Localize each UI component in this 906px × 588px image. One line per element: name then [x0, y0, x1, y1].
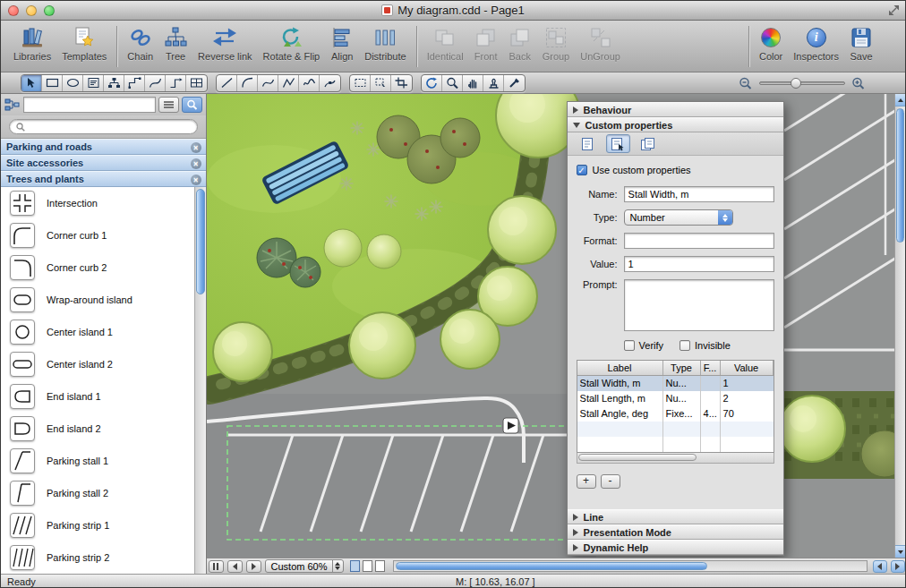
scroll-left-icon[interactable]: [873, 560, 887, 573]
canvas-horizontal-scrollbar[interactable]: [393, 560, 868, 572]
elbow-connector-tool[interactable]: [166, 75, 186, 91]
zoom-tool[interactable]: [442, 75, 463, 91]
freehand-tool[interactable]: [299, 75, 320, 91]
library-item-corner-curb-2[interactable]: Corner curb 2: [1, 251, 206, 284]
previous-page-button[interactable]: [227, 560, 243, 573]
front-button[interactable]: Front: [469, 24, 503, 62]
table-row-empty[interactable]: [577, 437, 774, 452]
value-field[interactable]: [624, 256, 774, 272]
page-tab-1[interactable]: [350, 560, 360, 572]
prompt-field[interactable]: [624, 279, 774, 331]
library-item-intersection[interactable]: Intersection: [1, 187, 206, 219]
table-tool[interactable]: [186, 75, 207, 91]
line-section-header[interactable]: Line: [568, 509, 783, 524]
library-item-center-island-2[interactable]: Center island 2: [1, 348, 206, 380]
custom-properties-section-header[interactable]: Custom properties: [568, 117, 783, 132]
rectangle-tool[interactable]: [42, 75, 63, 91]
table-row[interactable]: Stall Length, m Nu... 2: [577, 391, 774, 406]
library-tree-icon[interactable]: [4, 98, 21, 112]
library-item-parking-strip-2[interactable]: Parking strip 2: [1, 541, 206, 574]
close-icon[interactable]: ×: [191, 158, 201, 169]
use-custom-properties-row[interactable]: ✓ Use custom properties: [577, 165, 774, 175]
library-item-center-island-1[interactable]: Center island 1: [1, 316, 206, 348]
zoom-stepper-icon[interactable]: [332, 560, 343, 572]
dynamic-help-section-header[interactable]: Dynamic Help: [568, 540, 783, 555]
section-parking-and-roads[interactable]: Parking and roads ×: [1, 139, 206, 155]
library-item-end-island-1[interactable]: End island 1: [1, 380, 206, 413]
library-filter-combo[interactable]: [23, 97, 156, 113]
verify-checkbox[interactable]: [624, 340, 635, 351]
section-trees-and-plants[interactable]: Trees and plants ×: [1, 171, 206, 187]
distribute-button[interactable]: Distribute: [359, 24, 411, 62]
tree-button[interactable]: Tree: [158, 24, 192, 62]
close-window-button[interactable]: [8, 5, 19, 16]
zoom-out-icon[interactable]: [739, 77, 753, 89]
libraries-button[interactable]: Libraries: [8, 24, 56, 62]
canvas-vertical-scrollbar[interactable]: [894, 94, 905, 558]
next-page-button[interactable]: [246, 560, 261, 573]
zoom-slider[interactable]: [759, 81, 845, 85]
add-property-button[interactable]: +: [577, 474, 596, 489]
ellipse-tool[interactable]: [63, 75, 83, 91]
title-bar[interactable]: My diagram.cdd - Page1: [1, 1, 905, 21]
stamp-tool[interactable]: [483, 75, 504, 91]
use-custom-properties-checkbox[interactable]: ✓: [577, 165, 587, 175]
property-list-view-button[interactable]: [637, 134, 661, 153]
scroll-up-icon[interactable]: [895, 94, 905, 107]
node-edit-tool[interactable]: [320, 75, 340, 91]
color-button[interactable]: Color: [754, 24, 788, 62]
table-horizontal-scrollbar[interactable]: [577, 453, 774, 464]
rotate-flip-button[interactable]: Rotate & Flip: [258, 24, 326, 62]
invisible-option[interactable]: Invisible: [680, 340, 731, 351]
ungroup-button[interactable]: UnGroup: [575, 24, 626, 62]
library-search-field[interactable]: [9, 119, 198, 134]
type-popup[interactable]: Number: [624, 209, 733, 226]
align-button[interactable]: Align: [325, 24, 359, 62]
page-tab-3[interactable]: [375, 560, 385, 572]
select-tool[interactable]: [21, 75, 42, 91]
table-header-row[interactable]: Label Type F... Value: [577, 361, 774, 376]
library-search-button[interactable]: [182, 97, 202, 113]
table-row-empty[interactable]: [577, 422, 774, 437]
pan-hand-tool[interactable]: [463, 75, 483, 91]
vertical-scrollbar-thumb[interactable]: [896, 108, 904, 243]
scroll-down-icon[interactable]: [895, 545, 905, 558]
close-icon[interactable]: ×: [191, 142, 201, 153]
sidebar-scrollbar[interactable]: [194, 187, 206, 574]
table-row[interactable]: Stall Angle, deg Fixe... 4... 70: [577, 406, 774, 422]
verify-option[interactable]: Verify: [624, 340, 664, 351]
presentation-mode-section-header[interactable]: Presentation Mode: [568, 524, 783, 540]
identical-button[interactable]: Identical: [422, 24, 469, 62]
reverse-link-button[interactable]: Reverse link: [192, 24, 258, 62]
move-selection-tool[interactable]: [371, 75, 391, 91]
library-item-end-island-2[interactable]: End island 2: [1, 413, 206, 445]
table-scrollbar-thumb[interactable]: [578, 454, 697, 461]
invisible-checkbox[interactable]: [680, 340, 690, 351]
group-button[interactable]: Group: [537, 24, 576, 62]
tree-connector-tool[interactable]: [104, 75, 124, 91]
close-icon[interactable]: ×: [191, 175, 201, 185]
templates-button[interactable]: Templates: [56, 24, 112, 62]
library-item-parking-stall-1[interactable]: Parking stall 1: [1, 445, 206, 477]
behaviour-section-header[interactable]: Behaviour: [568, 102, 783, 117]
remove-property-button[interactable]: -: [601, 474, 620, 489]
list-view-button[interactable]: [158, 97, 179, 113]
single-property-view-button[interactable]: [576, 134, 600, 153]
arc-tool[interactable]: [237, 75, 258, 91]
text-tool[interactable]: [83, 75, 104, 91]
page-tab-2[interactable]: [363, 560, 372, 572]
chain-button[interactable]: Chain: [122, 24, 158, 62]
minimize-window-button[interactable]: [26, 5, 37, 16]
zoom-in-icon[interactable]: [851, 77, 866, 89]
table-row[interactable]: Stall Width, m Nu... 1: [577, 376, 774, 391]
eyedropper-tool[interactable]: [504, 75, 525, 91]
library-item-parking-stall-2[interactable]: Parking stall 2: [1, 477, 206, 509]
bezier-tool[interactable]: [258, 75, 278, 91]
property-cursor-view-button[interactable]: [606, 134, 630, 153]
save-button[interactable]: Save: [844, 24, 878, 62]
zoom-window-button[interactable]: [44, 5, 55, 16]
library-item-parking-strip-1[interactable]: Parking strip 1: [1, 509, 206, 541]
library-search-input[interactable]: [29, 122, 191, 132]
rotate-view-tool[interactable]: [422, 75, 442, 91]
horizontal-scrollbar-thumb[interactable]: [396, 562, 707, 570]
